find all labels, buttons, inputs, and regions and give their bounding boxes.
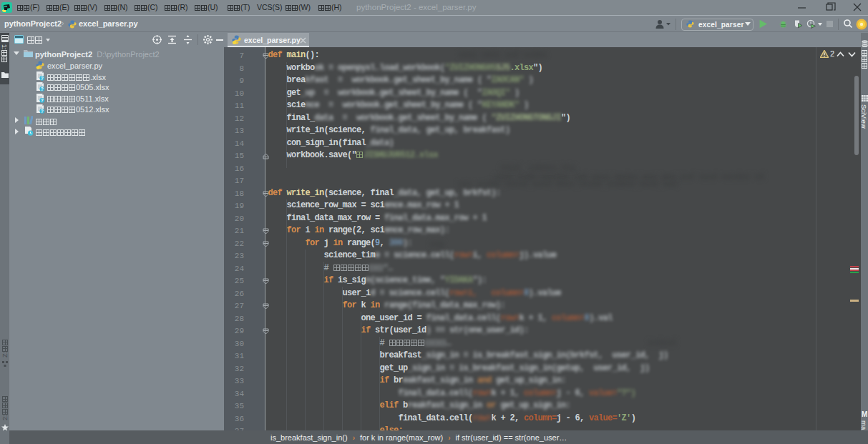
svg-text:?: ? <box>41 109 44 114</box>
svg-text:?: ? <box>41 87 44 92</box>
svg-text:?: ? <box>41 76 44 81</box>
svg-text:?: ? <box>41 98 44 103</box>
